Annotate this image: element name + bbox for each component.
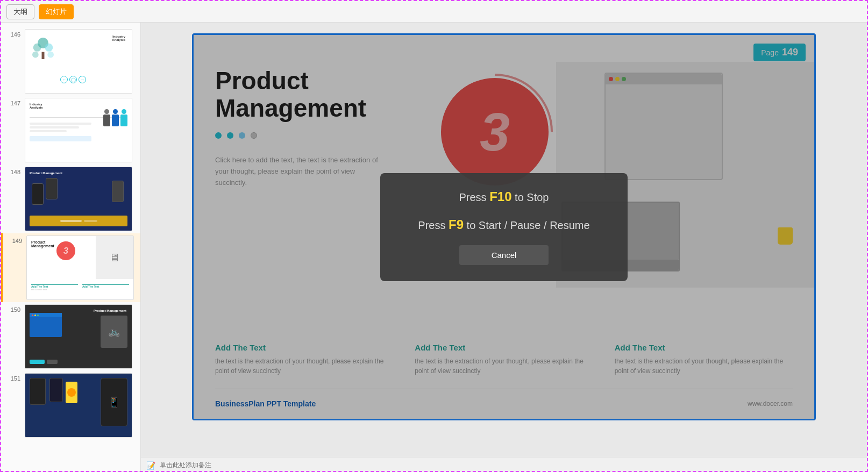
sidebar-item-149[interactable]: 149 ProductManagement 3 🖥 Add The Text t… (1, 233, 140, 302)
slide-146-dots: ← ◯ → (60, 76, 86, 83)
slide-146-title: IndustryAnalysis (112, 35, 125, 41)
status-icon: 📝 (146, 461, 155, 470)
slide-preview-150: Product Management 🚲 (25, 304, 132, 369)
f10-key: F10 (489, 189, 511, 204)
slide-preview-151: 📱 (25, 373, 132, 438)
tree-icon (30, 38, 56, 65)
web-screen-icon (30, 313, 62, 337)
slide-num-149: 149 (7, 235, 22, 244)
slide-num-147: 147 (5, 98, 20, 106)
modal-line-2: Press F9 to Start / Pause / Resume (418, 217, 589, 232)
slide-preview-147: IndustryAnalysis (25, 98, 132, 162)
modal-overlay: Press F10 to Stop Press F9 to Start / Pa… (194, 35, 814, 419)
svg-point-2 (45, 44, 53, 52)
status-text: 单击此处添加备注 (160, 461, 211, 470)
slide-149-circle: 3 (56, 241, 75, 260)
sidebar: 146 IndustryAnalysis (1, 23, 141, 472)
slide-147-figures (103, 109, 127, 126)
slide-num-150: 150 (5, 304, 20, 313)
main-layout: 146 IndustryAnalysis (1, 23, 867, 472)
svg-point-1 (33, 44, 41, 52)
modal-line-1: Press F10 to Stop (459, 189, 549, 204)
sidebar-item-148[interactable]: 148 Product Management (1, 165, 140, 233)
sidebar-item-146[interactable]: 146 IndustryAnalysis (1, 27, 140, 96)
slide-preview-146: IndustryAnalysis ← ◯ → (25, 29, 132, 94)
f9-key: F9 (449, 217, 464, 232)
slides-tab[interactable]: 幻灯片 (39, 4, 74, 19)
slide-149-desk: 🖥 (96, 236, 133, 279)
status-bar: 📝 单击此处添加备注 (141, 457, 867, 472)
sidebar-item-150[interactable]: 150 Product Management 🚲 (1, 302, 140, 371)
sidebar-item-147[interactable]: 147 IndustryAnalysis (1, 96, 140, 165)
slide-num-146: 146 (5, 29, 20, 38)
content-area: Page 149 Product Management Click here t… (141, 23, 867, 472)
slide-num-151: 151 (5, 373, 20, 382)
svg-point-5 (47, 52, 54, 58)
main-slide: Page 149 Product Management Click here t… (192, 33, 816, 420)
slide-preview-148: Product Management (25, 167, 132, 231)
sidebar-item-151[interactable]: 151 📱 (1, 371, 140, 440)
cancel-button[interactable]: Cancel (459, 245, 549, 265)
top-bar: 大纲 幻灯片 (1, 1, 867, 23)
svg-point-4 (32, 52, 39, 58)
slide-num-148: 148 (5, 167, 20, 175)
modal-box: Press F10 to Stop Press F9 to Start / Pa… (380, 173, 628, 281)
slide-preview-149: ProductManagement 3 🖥 Add The Text text … (26, 235, 134, 300)
outline-tab[interactable]: 大纲 (6, 4, 34, 19)
svg-rect-3 (42, 52, 45, 59)
